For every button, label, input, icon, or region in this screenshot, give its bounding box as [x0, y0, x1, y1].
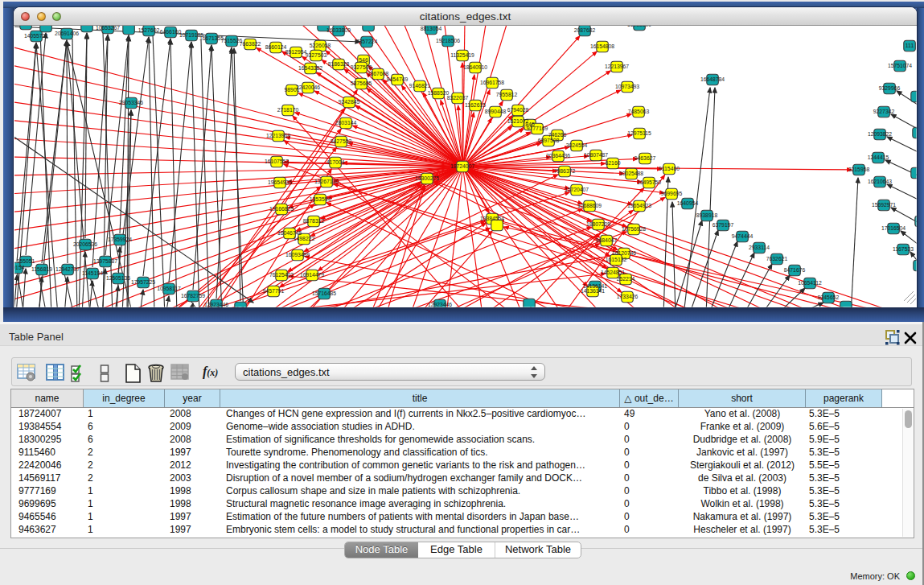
svg-text:2933114: 2933114 — [749, 245, 770, 250]
svg-text:19384554: 19384554 — [480, 216, 504, 221]
svg-text:16210643: 16210643 — [868, 179, 892, 184]
svg-text:16495750: 16495750 — [637, 179, 661, 185]
svg-text:252214: 252214 — [617, 276, 635, 282]
svg-text:15751074: 15751074 — [888, 63, 912, 68]
svg-text:10807487: 10807487 — [584, 152, 608, 158]
svg-text:15716485: 15716485 — [312, 290, 336, 296]
svg-text:9777169: 9777169 — [527, 126, 548, 131]
svg-text:12942737: 12942737 — [55, 266, 80, 272]
svg-text:2367608: 2367608 — [368, 71, 389, 76]
svg-text:746266: 746266 — [548, 132, 567, 138]
svg-text:9699695: 9699695 — [661, 191, 683, 196]
svg-text:12213969: 12213969 — [266, 133, 290, 138]
svg-text:19166825: 19166825 — [269, 206, 294, 212]
svg-text:16107553: 16107553 — [265, 159, 289, 164]
svg-text:12923446: 12923446 — [428, 302, 452, 307]
svg-text:11325419: 11325419 — [450, 52, 474, 58]
svg-text:9227342: 9227342 — [873, 109, 895, 114]
svg-text:8912954: 8912954 — [285, 49, 307, 55]
svg-text:8322037: 8322037 — [447, 95, 469, 101]
svg-text:111: 111 — [906, 43, 914, 48]
svg-text:10688609: 10688609 — [577, 203, 602, 208]
svg-text:6466160: 6466160 — [160, 29, 182, 35]
svg-text:29053346: 29053346 — [119, 100, 143, 105]
svg-text:1167533: 1167533 — [893, 246, 914, 252]
svg-text:9146821: 9146821 — [409, 83, 431, 89]
svg-text:19218506: 19218506 — [436, 38, 460, 43]
svg-text:1640954: 1640954 — [677, 200, 699, 206]
svg-text:12923446: 12923446 — [204, 302, 228, 307]
svg-text:9115460: 9115460 — [659, 166, 680, 171]
svg-text:8990448: 8990448 — [485, 109, 507, 114]
svg-text:20206536: 20206536 — [73, 241, 97, 247]
svg-text:62160: 62160 — [606, 160, 621, 166]
svg-text:16914479: 16914479 — [300, 272, 324, 278]
svg-text:8427552: 8427552 — [331, 138, 352, 144]
svg-text:16648784: 16648784 — [700, 76, 725, 82]
svg-text:6379197: 6379197 — [713, 222, 734, 228]
svg-text:18807209: 18807209 — [586, 221, 610, 227]
svg-text:1527602: 1527602 — [138, 27, 160, 33]
svg-text:39154: 39154 — [10, 265, 25, 270]
svg-text:10756928: 10756928 — [622, 226, 646, 232]
svg-text:1162615: 1162615 — [465, 102, 486, 108]
svg-text:7663822: 7663822 — [240, 41, 261, 47]
svg-text:7485063: 7485063 — [628, 109, 650, 114]
svg-text:2718170: 2718170 — [277, 107, 299, 113]
svg-text:76125402: 76125402 — [269, 272, 294, 278]
svg-text:16033809: 16033809 — [326, 27, 351, 33]
svg-text:1244415: 1244415 — [868, 154, 889, 160]
svg-text:9242845: 9242845 — [339, 99, 360, 105]
svg-text:8660124: 8660124 — [265, 44, 287, 50]
svg-text:8813054: 8813054 — [421, 26, 442, 31]
svg-text:6897508: 6897508 — [538, 138, 560, 143]
svg-text:5226058: 5226058 — [310, 43, 331, 48]
svg-text:19654935: 19654935 — [268, 179, 292, 185]
svg-text:1353594: 1353594 — [310, 196, 331, 202]
svg-text:12213967: 12213967 — [605, 64, 629, 69]
svg-text:7357224: 7357224 — [356, 39, 378, 44]
svg-text:13267130: 13267130 — [314, 179, 339, 184]
svg-text:14136141: 14136141 — [581, 288, 605, 294]
svg-text:8938918: 8938918 — [696, 212, 718, 218]
svg-text:8471676: 8471676 — [784, 267, 806, 273]
svg-text:12093822: 12093822 — [868, 131, 892, 137]
svg-text:98901: 98901 — [285, 87, 300, 93]
svg-text:1615132: 1615132 — [606, 257, 627, 262]
svg-text:18640910: 18640910 — [463, 64, 487, 70]
svg-text:7986372: 7986372 — [554, 168, 576, 174]
svg-text:9327508: 9327508 — [351, 64, 372, 70]
svg-text:16093489: 16093489 — [285, 252, 310, 257]
svg-text:3024554: 3024554 — [566, 142, 588, 148]
svg-text:14055721: 14055721 — [24, 33, 48, 39]
svg-text:16543382: 16543382 — [298, 65, 322, 71]
svg-text:417004: 417004 — [326, 159, 345, 165]
svg-text:7632621: 7632621 — [766, 256, 788, 262]
svg-text:9684047: 9684047 — [596, 237, 618, 243]
svg-text:16154808: 16154808 — [590, 43, 614, 49]
svg-text:9474444: 9474444 — [732, 233, 754, 239]
svg-text:1498222: 1498222 — [294, 236, 315, 241]
svg-text:17957225: 17957225 — [131, 279, 155, 285]
svg-text:16782759: 16782759 — [181, 293, 205, 299]
svg-text:18724007: 18724007 — [450, 163, 474, 169]
svg-text:2803144: 2803144 — [335, 120, 357, 126]
svg-text:15692971: 15692971 — [872, 202, 896, 208]
svg-text:1156819: 1156819 — [31, 266, 52, 272]
svg-text:12505135: 12505135 — [106, 275, 130, 281]
svg-text:546: 546 — [359, 57, 368, 63]
svg-text:10654112: 10654112 — [798, 280, 822, 286]
svg-text:16120746: 16120746 — [612, 250, 636, 256]
svg-text:16671355: 16671355 — [199, 35, 224, 41]
svg-text:2087682: 2087682 — [574, 27, 596, 33]
svg-text:20691406: 20691406 — [55, 31, 79, 36]
svg-text:1145194: 1145194 — [82, 270, 103, 276]
svg-text:7955812: 7955812 — [496, 92, 518, 97]
svg-text:20364436: 20364436 — [546, 153, 570, 159]
svg-text:10653267: 10653267 — [96, 25, 120, 31]
svg-text:1588520: 1588520 — [428, 90, 450, 96]
svg-text:12975115: 12975115 — [627, 130, 651, 136]
svg-text:9329966: 9329966 — [879, 85, 901, 91]
svg-text:15720407: 15720407 — [565, 187, 589, 192]
svg-text:17359924: 17359924 — [108, 237, 132, 242]
